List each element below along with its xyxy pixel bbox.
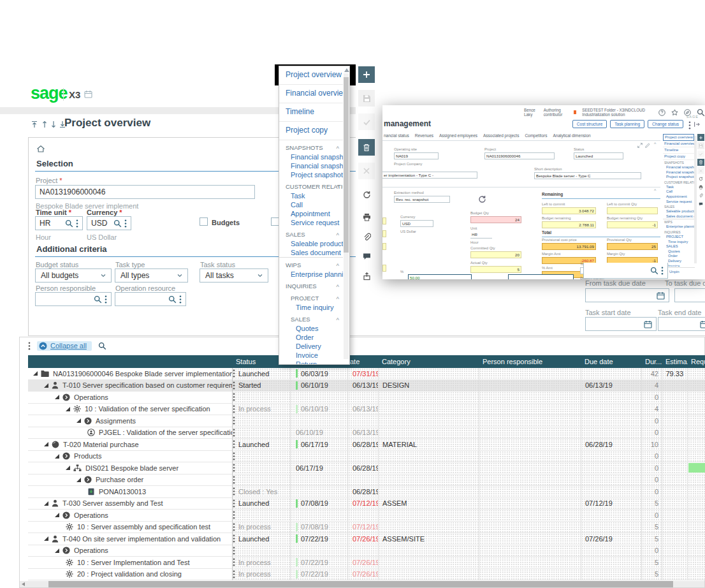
provisional-qty-value[interactable]: 25 xyxy=(607,243,658,250)
status-cell[interactable] xyxy=(233,462,291,474)
popup-tab-revenues[interactable]: Revenues xyxy=(415,133,433,138)
menu-item-enterprise-planning[interactable]: Enterprise planning xyxy=(663,224,694,230)
collapse-caret-icon[interactable]: ^ xyxy=(337,232,339,239)
row-options-icon[interactable] xyxy=(233,393,235,401)
expand-toggle-icon[interactable] xyxy=(55,548,59,553)
menu-item-saleable-products[interactable]: Saleable products xyxy=(279,239,343,248)
row-options-icon[interactable] xyxy=(233,487,235,496)
collapse-caret-icon[interactable]: ^ xyxy=(337,262,339,269)
collapse-caret-icon[interactable]: ^ xyxy=(337,283,339,290)
unit-input[interactable]: HR xyxy=(470,232,492,239)
pct-fragment-box[interactable]: 50.00 xyxy=(408,274,472,279)
budget-qty-value[interactable]: 24 xyxy=(470,216,521,223)
status-cell[interactable] xyxy=(233,451,291,463)
tree-cell[interactable]: T-010 Server specification based on cust… xyxy=(28,380,233,392)
expand-toggle-icon[interactable] xyxy=(44,383,48,388)
tree-cell[interactable]: T-030 Server assembly and Test xyxy=(28,498,233,510)
popup-tab-analytical-dimension[interactable]: Analytical dimension xyxy=(553,133,590,138)
collapse-all-button[interactable]: Collapse all xyxy=(37,341,92,351)
row-options-icon[interactable] xyxy=(233,570,235,578)
extraction-method-input[interactable]: Rev. rec. snapshot xyxy=(394,196,450,203)
menu-item-saleable-products[interactable]: Saleable products xyxy=(663,209,694,214)
search-icon[interactable] xyxy=(168,295,177,304)
tree-cell[interactable]: DIS021 Bespoke blade server xyxy=(28,462,233,474)
delete-button[interactable] xyxy=(358,139,375,156)
status-cell[interactable]: In process xyxy=(233,404,291,416)
menu-item-delivery[interactable]: Delivery xyxy=(279,342,343,351)
status-cell[interactable]: In process xyxy=(233,522,291,534)
grid-options-icon[interactable] xyxy=(28,342,31,350)
scroll-to-top-icon[interactable] xyxy=(31,121,38,128)
expand-toggle-icon[interactable] xyxy=(76,418,81,423)
lookup-options-icon[interactable] xyxy=(105,295,107,304)
status-cell[interactable] xyxy=(233,427,291,439)
tree-cell[interactable]: 20 : Project validation and closing xyxy=(28,569,233,581)
category-column-header[interactable]: Category xyxy=(379,355,486,368)
expand-toggle-icon[interactable] xyxy=(76,478,81,482)
popup-tab-competitors[interactable]: Competitors xyxy=(525,133,547,138)
task-end-date-input[interactable] xyxy=(658,317,705,331)
collapse-caret-icon[interactable]: ^ xyxy=(337,184,339,191)
menu-item-financial-snapshots[interactable]: Financial snapshots xyxy=(279,152,343,161)
row-options-icon[interactable] xyxy=(233,429,235,437)
change-status-button[interactable]: Change status xyxy=(648,120,683,128)
validate-button[interactable] xyxy=(358,114,375,130)
scroll-down-icon[interactable] xyxy=(50,121,57,128)
status-cell[interactable] xyxy=(233,415,291,427)
menu-item-order[interactable]: Order xyxy=(663,254,694,259)
status-cell[interactable]: Closed : Yes xyxy=(233,486,291,498)
status-cell[interactable]: In process xyxy=(233,557,291,569)
popup-tab-associated-projects[interactable]: Associated projects xyxy=(483,133,519,138)
task-status-select[interactable]: All tasks xyxy=(200,268,268,283)
tree-cell[interactable]: 10 : Server assembly and specification t… xyxy=(28,522,233,534)
status-cell[interactable]: Launched xyxy=(233,498,291,510)
project-input[interactable]: NA0131906000046 xyxy=(35,185,255,199)
tree-cell[interactable]: PONA0130013 xyxy=(28,486,233,498)
task-type-select[interactable]: All types xyxy=(115,268,188,283)
row-options-icon[interactable] xyxy=(233,405,235,413)
scrollbar-left-arrow-icon[interactable] xyxy=(22,582,25,586)
popup-status-input[interactable]: Launched xyxy=(574,152,623,159)
tree-cell[interactable]: Products xyxy=(28,451,233,463)
lookup-options-icon[interactable] xyxy=(179,295,182,304)
edit-panel-icon[interactable] xyxy=(645,143,650,148)
expand-panel-icon[interactable] xyxy=(637,143,643,148)
menu-item-order[interactable]: Order xyxy=(279,333,343,342)
print-button[interactable] xyxy=(358,209,375,225)
popup-validate-button[interactable] xyxy=(697,151,704,158)
menu-item-project-overview[interactable]: Project overview xyxy=(663,134,694,141)
help-icon[interactable] xyxy=(658,109,665,116)
popup-menu-scrollbar[interactable] xyxy=(694,136,697,263)
person-responsible-column-header[interactable]: Person responsible xyxy=(479,355,588,368)
tree-cell[interactable]: T-040 On site server implementation and … xyxy=(28,533,233,545)
menu-item-quotes[interactable]: Quotes xyxy=(663,249,694,254)
status-cell[interactable] xyxy=(233,545,291,557)
share-button[interactable] xyxy=(358,268,375,284)
popup-tab-nancial-status[interactable]: nancial status xyxy=(384,133,409,138)
budget-remaining-value[interactable]: 2.788.11 xyxy=(542,221,596,228)
add-button[interactable] xyxy=(358,66,375,83)
search-icon[interactable] xyxy=(113,219,122,228)
menu-item-call[interactable]: Call xyxy=(663,189,694,195)
scroll-up-icon[interactable] xyxy=(41,121,48,128)
status-cell[interactable]: Launched xyxy=(233,533,291,545)
horizontal-scrollbar-thumb[interactable] xyxy=(48,581,673,587)
popup-user-name[interactable]: Bence Laky xyxy=(524,108,538,117)
committed-qty-value[interactable]: 20 xyxy=(470,251,521,258)
tree-cell[interactable]: PJGEL : Validation of the server specifi… xyxy=(28,427,233,439)
person-responsible-input[interactable] xyxy=(35,292,112,306)
lookup-options-icon[interactable] xyxy=(76,219,78,228)
collapse-panel-icon[interactable]: ^ xyxy=(654,142,656,146)
popup-cancel-button[interactable] xyxy=(697,167,704,174)
currency-input[interactable]: USD xyxy=(87,216,131,230)
menu-item-service-request[interactable]: Service request xyxy=(663,200,694,205)
tree-cell[interactable]: T-020 Material purchase xyxy=(28,439,233,451)
menu-item-call[interactable]: Call xyxy=(279,200,343,209)
expand-toggle-icon[interactable] xyxy=(66,407,70,411)
menu-item-time-inquiry[interactable]: Time inquiry xyxy=(663,240,694,245)
tree-cell[interactable]: Purchase order xyxy=(28,474,233,487)
calendar-icon[interactable] xyxy=(657,291,665,300)
row-options-icon[interactable] xyxy=(233,416,235,425)
expand-toggle-icon[interactable] xyxy=(55,513,59,517)
to-due-date-input[interactable] xyxy=(674,288,705,302)
